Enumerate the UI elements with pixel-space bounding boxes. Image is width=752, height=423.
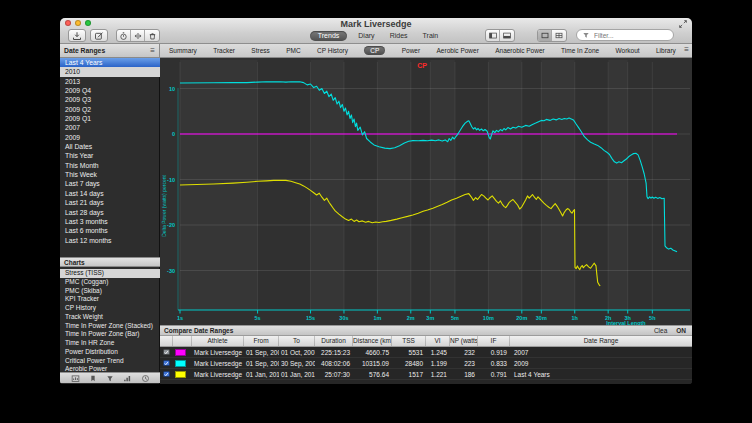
trash-button[interactable] xyxy=(145,30,159,41)
row-checkbox[interactable] xyxy=(163,371,170,378)
column-header-blank xyxy=(160,336,173,346)
view-trends[interactable]: Trends xyxy=(310,31,348,41)
chart-cp-history[interactable]: CP History xyxy=(60,304,160,313)
range-last-28-days[interactable]: Last 28 days xyxy=(60,208,160,217)
tab-cp-history[interactable]: CP History xyxy=(317,47,348,54)
range-2007[interactable]: 2007 xyxy=(60,123,160,132)
edit-button[interactable] xyxy=(90,29,108,42)
tab-anaerobic-power[interactable]: Anaerobic Power xyxy=(495,47,545,54)
cell-athlete: Mark Liversedge xyxy=(192,347,244,357)
table-row[interactable]: Mark Liversedge 01 Sep, 2008 30 Sep, 200… xyxy=(160,358,692,369)
range-this-month[interactable]: This Month xyxy=(60,161,160,170)
range-last-12-months[interactable]: Last 12 months xyxy=(60,236,160,245)
tab-workout[interactable]: Workout xyxy=(616,47,640,54)
range-2010[interactable]: 2010 xyxy=(60,67,160,76)
layout-toggles xyxy=(537,29,567,42)
chart-kpi-tracker[interactable]: KPI Tracker xyxy=(60,295,160,304)
tiled-view-button[interactable] xyxy=(552,30,566,41)
chart-time-in-hr-zone[interactable]: Time In HR Zone xyxy=(60,339,160,348)
range-2009[interactable]: 2009 xyxy=(60,133,160,142)
table-row[interactable]: Mark Liversedge 01 Jan, 2011 01 Jan, 201… xyxy=(160,369,692,380)
cell-vi: 1.245 xyxy=(426,347,450,357)
cell-duration: 408:02:06 xyxy=(315,358,353,368)
range-2009-q3[interactable]: 2009 Q3 xyxy=(60,95,160,104)
view-rides[interactable]: Rides xyxy=(386,31,412,40)
range-last-3-months[interactable]: Last 3 months xyxy=(60,217,160,226)
save-button[interactable] xyxy=(68,29,86,42)
range-last-21-days[interactable]: Last 21 days xyxy=(60,198,160,207)
chart-pmc-skiba[interactable]: PMC (Skiba) xyxy=(60,287,160,296)
chart-time-in-power-zone-bar[interactable]: Time In Power Zone (Bar) xyxy=(60,330,160,339)
cell-np: 232 xyxy=(450,347,478,357)
tab-library[interactable]: Library xyxy=(656,47,676,54)
cell-if: 0.833 xyxy=(478,358,510,368)
column-header-distance-km: Distance (km) xyxy=(353,336,392,346)
chart-time-in-power-zone-stacked[interactable]: Time In Power Zone (Stacked) xyxy=(60,322,160,331)
chart-critical-power-trend[interactable]: Critical Power Trend xyxy=(60,357,160,366)
tab-aerobic-power[interactable]: Aerobic Power xyxy=(437,47,479,54)
tab-pmc[interactable]: PMC xyxy=(286,47,300,54)
sidebar-menu-icon[interactable]: ≡ xyxy=(150,47,155,55)
svg-text:0: 0 xyxy=(172,131,175,137)
range-2009-q1[interactable]: 2009 Q1 xyxy=(60,114,160,123)
chart-power-distribution[interactable]: Power Distribution xyxy=(60,348,160,357)
row-swatch[interactable] xyxy=(175,349,186,356)
range-2009-q2[interactable]: 2009 Q2 xyxy=(60,105,160,114)
sidebar-toggle-button[interactable] xyxy=(486,30,500,41)
cell-distance: 10315.09 xyxy=(353,358,392,368)
bookmark-icon[interactable] xyxy=(89,374,97,383)
tab-tracker[interactable]: Tracker xyxy=(213,47,235,54)
chart-pmc-coggan[interactable]: PMC (Coggan) xyxy=(60,278,160,287)
range-this-year[interactable]: This Year xyxy=(60,151,160,160)
chart-track-weight[interactable]: Track Weight xyxy=(60,313,160,322)
intervals-icon[interactable] xyxy=(123,374,132,383)
tabbar-menu-icon[interactable]: ≡ xyxy=(684,46,689,54)
row-swatch[interactable] xyxy=(175,360,186,367)
calendar-chart-icon[interactable] xyxy=(71,374,80,383)
sidebar-header-title: Date Ranges xyxy=(64,47,105,54)
row-checkbox[interactable] xyxy=(163,360,170,367)
svg-text:-20: -20 xyxy=(167,222,175,228)
range-last-6-months[interactable]: Last 6 months xyxy=(60,226,160,235)
range-2013[interactable]: 2013 xyxy=(60,77,160,86)
cell-np: 186 xyxy=(450,369,478,379)
toolbar: TrendsDiaryRidesTrain xyxy=(60,28,692,44)
tab-time-in-zone[interactable]: Time In Zone xyxy=(561,47,599,54)
column-header-vi: VI xyxy=(426,336,450,346)
range-last-7-days[interactable]: Last 7 days xyxy=(60,179,160,188)
range-2009-q4[interactable]: 2009 Q4 xyxy=(60,86,160,95)
bottom-pane-toggle-button[interactable] xyxy=(500,30,514,41)
row-checkbox[interactable] xyxy=(163,349,170,356)
tab-stress[interactable]: Stress xyxy=(251,47,269,54)
svg-text:1m: 1m xyxy=(373,315,381,321)
splitter-button[interactable] xyxy=(131,30,145,41)
range-this-week[interactable]: This Week xyxy=(60,170,160,179)
cell-from: 01 Jan, 2011 xyxy=(244,369,279,379)
column-header-if: IF xyxy=(478,336,510,346)
clear-button[interactable]: Clea xyxy=(654,327,667,334)
tab-summary[interactable]: Summary xyxy=(169,47,197,54)
row-swatch[interactable] xyxy=(175,371,186,378)
clock-icon[interactable] xyxy=(141,374,150,383)
compare-title: Compare Date Ranges xyxy=(164,327,233,334)
svg-text:3m: 3m xyxy=(426,315,434,321)
table-row[interactable]: Mark Liversedge 01 Sep, 2006 01 Oct, 200… xyxy=(160,347,692,358)
tabbed-view-button[interactable] xyxy=(538,30,552,41)
filter-funnel-icon[interactable] xyxy=(106,374,114,383)
cell-np: 223 xyxy=(450,358,478,368)
tab-cp[interactable]: CP xyxy=(364,46,385,55)
svg-text:1h: 1h xyxy=(572,315,579,321)
svg-text:30m: 30m xyxy=(536,315,547,321)
timer-button[interactable] xyxy=(117,30,131,41)
chart-stress-tiss[interactable]: Stress (TISS) xyxy=(60,269,160,278)
column-header-tss: TSS xyxy=(392,336,426,346)
svg-text:5m: 5m xyxy=(451,315,459,321)
range-all-dates[interactable]: All Dates xyxy=(60,142,160,151)
view-train[interactable]: Train xyxy=(419,31,443,40)
view-diary[interactable]: Diary xyxy=(354,31,378,40)
range-last-4-years[interactable]: Last 4 Years xyxy=(60,58,160,67)
range-last-14-days[interactable]: Last 14 days xyxy=(60,189,160,198)
tab-power[interactable]: Power xyxy=(402,47,420,54)
compare-on-toggle[interactable]: ON xyxy=(676,327,686,334)
filter-input[interactable] xyxy=(592,31,668,40)
